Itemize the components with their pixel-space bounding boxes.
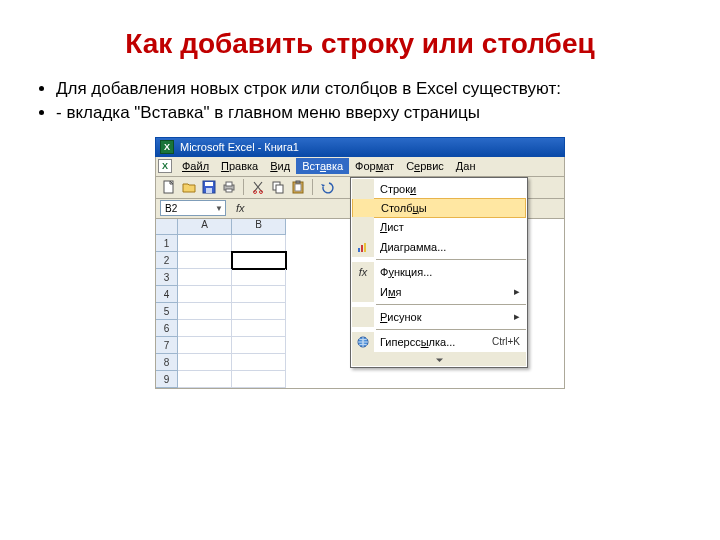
- menu-item-chart[interactable]: Диаграмма...: [352, 237, 526, 257]
- column-header-a[interactable]: A: [178, 219, 232, 235]
- svg-rect-13: [296, 181, 300, 183]
- menu-item-sheet[interactable]: Лист: [352, 217, 526, 237]
- menu-separator: [376, 329, 526, 330]
- cell-a2[interactable]: [178, 252, 232, 269]
- svg-rect-14: [358, 248, 360, 252]
- cell-a7[interactable]: [178, 337, 232, 354]
- excel-logo-icon: X: [160, 140, 174, 154]
- cell-b2[interactable]: [232, 252, 286, 269]
- excel-screenshot: X Microsoft Excel - Книга1 X Файл Правка…: [155, 137, 565, 389]
- svg-rect-3: [206, 188, 212, 193]
- toolbar-separator: [243, 179, 244, 195]
- paste-icon[interactable]: [289, 178, 307, 196]
- dropdown-arrow-icon[interactable]: ▼: [215, 204, 223, 213]
- open-file-icon[interactable]: [180, 178, 198, 196]
- print-icon[interactable]: [220, 178, 238, 196]
- cell-b3[interactable]: [232, 269, 286, 286]
- cell-a6[interactable]: [178, 320, 232, 337]
- cell-a9[interactable]: [178, 371, 232, 388]
- chevron-down-icon: ▾: [436, 355, 443, 363]
- menu-view[interactable]: Вид: [264, 158, 296, 174]
- svg-rect-15: [361, 245, 363, 252]
- svg-rect-12: [295, 184, 301, 191]
- app-icon: X: [158, 159, 172, 173]
- menu-bar: X Файл Правка Вид Вставка Формат Сервис …: [155, 157, 565, 177]
- save-icon[interactable]: [200, 178, 218, 196]
- menu-file[interactable]: Файл: [176, 158, 215, 174]
- svg-rect-2: [205, 182, 213, 186]
- menu-tools[interactable]: Сервис: [400, 158, 450, 174]
- cell-b7[interactable]: [232, 337, 286, 354]
- bullet-item: Для добавления новых строк или столбцов …: [56, 78, 680, 99]
- submenu-arrow-icon: ▸: [514, 285, 520, 298]
- cell-b6[interactable]: [232, 320, 286, 337]
- menu-separator: [376, 259, 526, 260]
- row-header[interactable]: 4: [156, 286, 178, 303]
- menu-item-function[interactable]: fx Функция...: [352, 262, 526, 282]
- svg-rect-6: [226, 189, 232, 192]
- toolbar-separator: [312, 179, 313, 195]
- hyperlink-icon: [352, 332, 374, 352]
- name-box-value: B2: [165, 203, 177, 214]
- bullet-item: - вкладка "Вставка" в главном меню вверх…: [56, 102, 680, 123]
- menu-item-columns[interactable]: Столбцы: [352, 198, 526, 218]
- shortcut-label: Ctrl+K: [492, 336, 520, 347]
- row-header[interactable]: 7: [156, 337, 178, 354]
- cell-a3[interactable]: [178, 269, 232, 286]
- blank-icon: [352, 217, 374, 237]
- window-title: Microsoft Excel - Книга1: [180, 141, 299, 153]
- window-titlebar: X Microsoft Excel - Книга1: [155, 137, 565, 157]
- row-header[interactable]: 5: [156, 303, 178, 320]
- row-header[interactable]: 8: [156, 354, 178, 371]
- chart-icon: [352, 237, 374, 257]
- row-header[interactable]: 6: [156, 320, 178, 337]
- svg-point-8: [260, 191, 263, 194]
- cell-a4[interactable]: [178, 286, 232, 303]
- cell-a8[interactable]: [178, 354, 232, 371]
- blank-icon: [352, 307, 374, 327]
- menu-format[interactable]: Формат: [349, 158, 400, 174]
- insert-menu-dropdown: Строки Столбцы Лист Диаграмма... fx Функ…: [350, 177, 528, 368]
- row-header[interactable]: 1: [156, 235, 178, 252]
- menu-item-hyperlink[interactable]: Гиперссылка... Ctrl+K: [352, 332, 526, 352]
- menu-data[interactable]: Дан: [450, 158, 482, 174]
- menu-separator: [376, 304, 526, 305]
- copy-icon[interactable]: [269, 178, 287, 196]
- svg-rect-16: [364, 243, 366, 252]
- cell-b9[interactable]: [232, 371, 286, 388]
- undo-icon[interactable]: [318, 178, 336, 196]
- name-box[interactable]: B2 ▼: [160, 200, 226, 216]
- blank-icon: [353, 198, 375, 218]
- fx-icon: fx: [352, 262, 374, 282]
- cell-b4[interactable]: [232, 286, 286, 303]
- cell-b8[interactable]: [232, 354, 286, 371]
- menu-item-rows[interactable]: Строки: [352, 179, 526, 199]
- row-header[interactable]: 2: [156, 252, 178, 269]
- menu-item-name[interactable]: Имя ▸: [352, 282, 526, 302]
- new-file-icon[interactable]: [160, 178, 178, 196]
- submenu-arrow-icon: ▸: [514, 310, 520, 323]
- fx-label[interactable]: fx: [236, 202, 245, 214]
- slide-title: Как добавить строку или столбец: [0, 0, 720, 78]
- bullet-list: Для добавления новых строк или столбцов …: [0, 78, 720, 133]
- cut-icon[interactable]: [249, 178, 267, 196]
- cell-b5[interactable]: [232, 303, 286, 320]
- svg-rect-10: [276, 185, 283, 193]
- menu-item-picture[interactable]: Рисунок ▸: [352, 307, 526, 327]
- blank-icon: [352, 179, 374, 199]
- blank-icon: [352, 282, 374, 302]
- select-all-corner[interactable]: [156, 219, 178, 235]
- column-header-b[interactable]: B: [232, 219, 286, 235]
- cell-a1[interactable]: [178, 235, 232, 252]
- svg-rect-5: [226, 182, 232, 186]
- menu-expand-chevron[interactable]: ▾: [352, 352, 526, 366]
- svg-point-7: [254, 191, 257, 194]
- menu-edit[interactable]: Правка: [215, 158, 264, 174]
- cell-b1[interactable]: [232, 235, 286, 252]
- row-header[interactable]: 3: [156, 269, 178, 286]
- menu-insert[interactable]: Вставка: [296, 158, 349, 174]
- row-header[interactable]: 9: [156, 371, 178, 388]
- cell-a5[interactable]: [178, 303, 232, 320]
